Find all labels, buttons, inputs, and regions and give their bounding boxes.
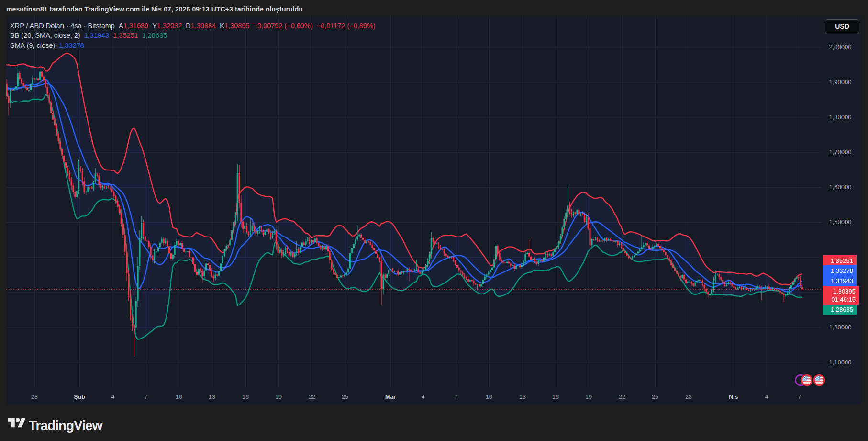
svg-text:19: 19: [585, 394, 592, 400]
svg-text:7: 7: [145, 394, 148, 400]
svg-text:2,00000: 2,00000: [829, 44, 852, 51]
svg-text:Mar: Mar: [385, 394, 396, 400]
svg-text:10: 10: [486, 394, 492, 400]
svg-text:7: 7: [798, 394, 801, 400]
svg-text:28: 28: [31, 394, 38, 400]
svg-text:22: 22: [619, 394, 625, 400]
svg-text:10: 10: [176, 394, 182, 400]
svg-text:25: 25: [652, 394, 658, 400]
svg-text:7: 7: [455, 394, 458, 400]
svg-text:4: 4: [765, 394, 768, 400]
svg-text:16: 16: [552, 394, 559, 400]
svg-text:25: 25: [342, 394, 348, 400]
svg-text:19: 19: [275, 394, 282, 400]
svg-text:1,70000: 1,70000: [829, 148, 852, 156]
svg-text:22: 22: [309, 394, 315, 400]
svg-text:1,50000: 1,50000: [829, 218, 852, 226]
svg-text:4: 4: [422, 394, 425, 400]
svg-text:4: 4: [111, 394, 115, 400]
svg-text:1,90000: 1,90000: [829, 79, 852, 86]
svg-text:1,10000: 1,10000: [829, 359, 852, 366]
svg-text:Şub: Şub: [74, 394, 85, 400]
svg-text:16: 16: [242, 394, 249, 400]
svg-text:28: 28: [685, 394, 692, 400]
svg-text:1,80000: 1,80000: [829, 113, 852, 121]
svg-text:1,20000: 1,20000: [829, 324, 852, 331]
svg-text:13: 13: [519, 394, 526, 400]
svg-text:1,60000: 1,60000: [829, 183, 852, 191]
svg-text:Nis: Nis: [729, 394, 738, 400]
svg-text:13: 13: [209, 394, 215, 400]
